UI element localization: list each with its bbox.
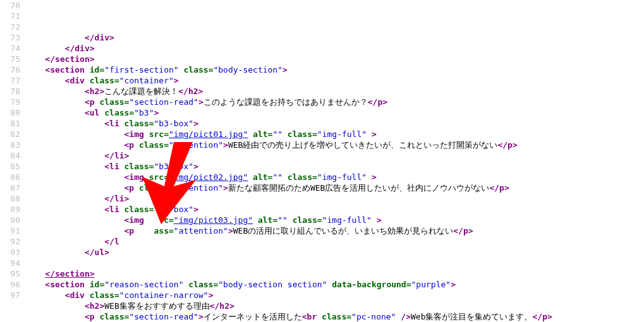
- line-number: 95: [0, 268, 20, 279]
- code-line[interactable]: </div>: [25, 32, 644, 43]
- code-line[interactable]: <p ass="attention">WEBの活用に取り組んでいるが、いまいち効…: [25, 225, 644, 236]
- line-number-gutter: 7071727374757677787980818283848586878889…: [0, 0, 25, 322]
- line-number: 91: [0, 225, 20, 236]
- code-line[interactable]: <li class="b3-box">: [25, 204, 644, 215]
- code-line[interactable]: <div class="container">: [25, 75, 644, 86]
- line-number: 71: [0, 11, 20, 21]
- code-line[interactable]: <h2>こんな課題を解決！</h2>: [25, 86, 644, 97]
- code-line[interactable]: <li class="b3-box">: [25, 118, 644, 129]
- code-line[interactable]: <h2>WEB集客をおすすめする理由</h2>: [25, 301, 644, 311]
- line-number: 83: [0, 140, 20, 150]
- line-number: 76: [0, 64, 20, 75]
- line-number: 86: [0, 172, 20, 182]
- line-number: 85: [0, 161, 20, 172]
- code-line[interactable]: [25, 258, 644, 268]
- code-line[interactable]: <p class="section-read">このような課題をお持ちではありま…: [25, 97, 644, 107]
- code-line[interactable]: <ul class="b3">: [25, 107, 644, 118]
- code-line[interactable]: </section>: [25, 54, 644, 64]
- code-area[interactable]: </div> </div> </section> <section id="fi…: [25, 0, 644, 322]
- line-number: 96: [0, 279, 20, 290]
- code-line[interactable]: <section id="reason-section" class="body…: [25, 279, 644, 290]
- code-editor: 7071727374757677787980818283848586878889…: [0, 0, 644, 322]
- line-number: 70: [0, 0, 20, 11]
- line-number: 78: [0, 86, 20, 97]
- line-number: 93: [0, 247, 20, 258]
- code-line[interactable]: <div class="container-narrow">: [25, 290, 644, 301]
- line-number: 74: [0, 43, 20, 54]
- line-number: 88: [0, 193, 20, 204]
- code-line[interactable]: </ul>: [25, 247, 644, 258]
- code-line[interactable]: </section>: [25, 268, 644, 279]
- line-number: 89: [0, 204, 20, 215]
- line-number: 97: [0, 290, 20, 301]
- line-number: 94: [0, 258, 20, 268]
- code-line[interactable]: <p class="section-read">インターネットを活用した<br …: [25, 311, 644, 322]
- code-line[interactable]: <li class="b3-box">: [25, 161, 644, 172]
- line-number: 79: [0, 97, 20, 107]
- line-number: 81: [0, 118, 20, 129]
- line-number: 80: [0, 107, 20, 118]
- code-line[interactable]: <p class="attention">新たな顧客開拓のためWEB広告を活用し…: [25, 182, 644, 193]
- line-number: 87: [0, 182, 20, 193]
- code-line[interactable]: <p class="attention">WEB経由での売り上げを増やしていきた…: [25, 140, 644, 150]
- line-number: 92: [0, 236, 20, 247]
- line-number: 82: [0, 129, 20, 140]
- code-line[interactable]: <img src="img/pict01.jpg" alt="" class="…: [25, 129, 644, 140]
- line-number: 72: [0, 21, 20, 32]
- code-line[interactable]: <section id="first-section" class="body-…: [25, 64, 644, 75]
- code-line[interactable]: <img c="img/pict03.jpg" alt="" class="im…: [25, 215, 644, 225]
- line-number: 75: [0, 54, 20, 64]
- code-line[interactable]: </l: [25, 236, 644, 247]
- code-line[interactable]: </li>: [25, 150, 644, 161]
- code-line[interactable]: </div>: [25, 43, 644, 54]
- line-number: 73: [0, 32, 20, 43]
- code-line[interactable]: <img src="img/pict02.jpg" alt="" class="…: [25, 172, 644, 182]
- line-number: 84: [0, 150, 20, 161]
- line-number: 90: [0, 215, 20, 225]
- line-number: 77: [0, 75, 20, 86]
- code-line[interactable]: </li>: [25, 193, 644, 204]
